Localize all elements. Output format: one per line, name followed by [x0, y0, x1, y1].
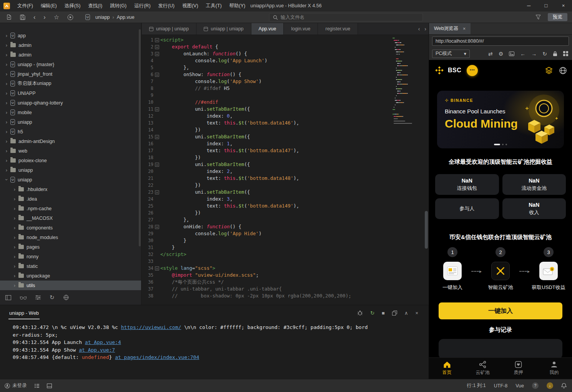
- find-in-files-button[interactable]: [20, 296, 27, 300]
- chevron-right-icon[interactable]: ›: [12, 215, 17, 221]
- carousel-dot[interactable]: [505, 144, 507, 145]
- fold-icon[interactable]: -: [155, 38, 159, 42]
- minimize-button[interactable]: ─: [520, 0, 537, 12]
- tree-item[interactable]: ›poloiex-clone: [0, 156, 141, 165]
- chevron-right-icon[interactable]: ›: [12, 206, 17, 211]
- refresh-tree-button[interactable]: ↻: [50, 294, 55, 301]
- tree-item[interactable]: ›.npm-cache: [0, 204, 141, 213]
- menu-item[interactable]: 选择(S): [61, 0, 85, 12]
- tree-item[interactable]: ›components: [0, 223, 141, 233]
- rotate-device-button[interactable]: ⇄: [488, 51, 493, 57]
- chevron-right-icon[interactable]: ›: [12, 254, 17, 259]
- fold-icon[interactable]: -: [155, 163, 159, 167]
- tree-item[interactable]: ›utils: [0, 281, 141, 290]
- tree-item[interactable]: ›admin-antDesign: [0, 136, 141, 146]
- tree-item[interactable]: ›.idea: [0, 194, 141, 204]
- preview-button[interactable]: 预览: [548, 13, 567, 21]
- chevron-right-icon[interactable]: ›: [4, 52, 9, 58]
- tab-scroll-left-button[interactable]: ‹: [418, 26, 420, 32]
- chevron-right-icon[interactable]: ›: [4, 148, 9, 154]
- editor-tab[interactable]: App.vue: [251, 23, 284, 35]
- tab-scroll-right-button[interactable]: ›: [424, 26, 426, 32]
- reload-button[interactable]: ↻: [542, 51, 547, 57]
- close-tab-icon[interactable]: ×: [463, 26, 466, 32]
- fold-icon[interactable]: -: [155, 73, 159, 77]
- encoding[interactable]: UTF-8: [494, 383, 507, 389]
- tree-item[interactable]: ›admin: [0, 50, 141, 60]
- chevron-right-icon[interactable]: ›: [4, 138, 9, 144]
- tree-item[interactable]: ›.hbuilderx: [0, 184, 141, 194]
- filter-tree-button[interactable]: [35, 295, 41, 300]
- tree-item[interactable]: ›node_modules: [0, 233, 141, 242]
- chevron-right-icon[interactable]: ›: [12, 196, 17, 202]
- editor-scrollbar[interactable]: [425, 211, 428, 249]
- chevron-right-icon[interactable]: ›: [4, 129, 9, 135]
- tree-item[interactable]: ›admin: [0, 40, 141, 50]
- run-button[interactable]: [67, 14, 73, 20]
- tree-item[interactable]: ›static: [0, 261, 141, 271]
- maximize-button[interactable]: □: [537, 0, 555, 12]
- chevron-right-icon[interactable]: ›: [4, 167, 9, 173]
- chevron-down-icon[interactable]: ›: [4, 177, 10, 183]
- fold-icon[interactable]: -: [155, 52, 159, 56]
- console-link[interactable]: at App.vue:4: [85, 339, 121, 345]
- url-input[interactable]: [432, 37, 569, 46]
- tree-item[interactable]: ›web: [0, 146, 141, 156]
- stop-button[interactable]: ■: [382, 310, 385, 316]
- login-status[interactable]: 未登录: [5, 382, 27, 389]
- chevron-right-icon[interactable]: ›: [12, 263, 17, 269]
- editor-tab[interactable]: uniapp | uniapp: [142, 23, 196, 35]
- menu-item[interactable]: 发行(U): [155, 0, 178, 12]
- layers-icon[interactable]: [545, 67, 553, 74]
- explorer-panel-button[interactable]: [5, 295, 11, 300]
- chevron-right-icon[interactable]: ›: [4, 61, 9, 67]
- fold-icon[interactable]: -: [155, 135, 159, 139]
- nav-pool[interactable]: 云矿池: [465, 358, 500, 379]
- console-tab[interactable]: uniapp - Web: [8, 307, 40, 319]
- breadcrumb-file[interactable]: App.vue: [117, 15, 135, 20]
- wallet-address-pill[interactable]: ***: [467, 65, 478, 76]
- grid-view-button[interactable]: [563, 51, 568, 56]
- carousel-dots[interactable]: [494, 144, 507, 145]
- menu-item[interactable]: 文件(F): [13, 0, 37, 12]
- chevron-right-icon[interactable]: ›: [4, 71, 9, 77]
- language-mode[interactable]: Vue: [515, 383, 524, 389]
- browser-tab[interactable]: Web浏览器 ×: [429, 23, 471, 34]
- tree-item[interactable]: ›UUNIAPP: [0, 88, 141, 98]
- chevron-right-icon[interactable]: ›: [12, 225, 17, 231]
- console-link[interactable]: https://uviewui.com/: [121, 324, 181, 330]
- notifications-button[interactable]: [561, 383, 567, 389]
- collapse-panel-button[interactable]: ∧: [404, 310, 408, 316]
- help-icon[interactable]: ?: [532, 382, 539, 389]
- save-button[interactable]: [20, 15, 25, 20]
- tree-item[interactable]: ›Umobile: [0, 108, 141, 117]
- tree-item[interactable]: ›U帝启版本uniapp: [0, 79, 141, 88]
- tree-item[interactable]: ›Uapp: [0, 31, 141, 40]
- chevron-right-icon[interactable]: ›: [12, 186, 17, 192]
- editor-tab[interactable]: uniapp | uniapp: [196, 23, 251, 35]
- editor-tab[interactable]: register.vue: [318, 23, 358, 35]
- layout-toggle-button[interactable]: [47, 384, 52, 388]
- fold-icon[interactable]: -: [155, 190, 159, 194]
- minimap[interactable]: [392, 38, 422, 125]
- carousel-dot-active[interactable]: [494, 144, 500, 145]
- tree-item[interactable]: ›Uuniapp: [0, 175, 141, 184]
- menu-item[interactable]: 跳转(G): [106, 0, 130, 12]
- close-button[interactable]: ×: [555, 0, 572, 12]
- lock-button[interactable]: [553, 51, 557, 56]
- update-download-icon[interactable]: ↓: [547, 382, 553, 389]
- chevron-right-icon[interactable]: ›: [12, 244, 17, 250]
- chevron-right-icon[interactable]: ›: [4, 100, 9, 106]
- forward-button[interactable]: ›: [43, 14, 45, 20]
- restart-button[interactable]: ↻: [370, 310, 374, 316]
- cursor-position[interactable]: 行:1 列:1: [467, 382, 486, 389]
- console-link[interactable]: at App.vue:7: [79, 347, 115, 353]
- back-button[interactable]: ‹: [33, 14, 35, 20]
- new-file-button[interactable]: [6, 14, 12, 20]
- fold-icon[interactable]: -: [155, 266, 159, 271]
- chevron-right-icon[interactable]: ›: [4, 33, 9, 38]
- join-button[interactable]: 一键加入: [439, 302, 562, 319]
- tree-item[interactable]: ›unpackage: [0, 271, 141, 281]
- fold-icon[interactable]: -: [155, 225, 159, 229]
- carousel-dot[interactable]: [502, 144, 504, 145]
